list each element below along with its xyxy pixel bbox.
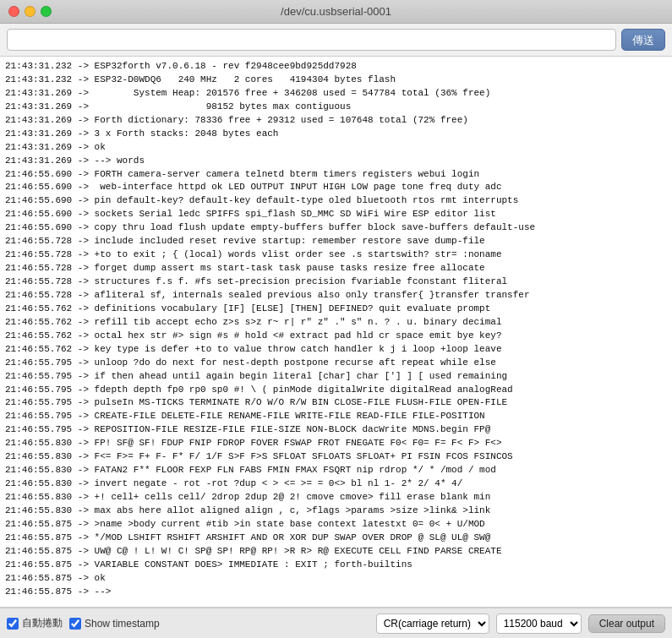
output-text: 21:43:31.232 -> ESP32forth v7.0.6.18 - r…: [5, 60, 667, 599]
auto-scroll-checkbox[interactable]: [7, 618, 19, 630]
send-button[interactable]: 傳送: [621, 29, 665, 51]
show-timestamp-checkbox[interactable]: [69, 618, 81, 630]
auto-scroll-label: 自動捲動: [22, 616, 63, 630]
line-ending-select[interactable]: CR(carriage return) NL(newline) CR+NL No…: [376, 613, 489, 634]
titlebar: /dev/cu.usbserial-0001: [0, 0, 672, 24]
bottom-bar: 自動捲動 Show timestamp CR(carriage return) …: [0, 608, 672, 638]
command-input[interactable]: [7, 29, 616, 51]
window-controls: [8, 6, 52, 17]
auto-scroll-group[interactable]: 自動捲動: [7, 616, 63, 630]
show-timestamp-group[interactable]: Show timestamp: [69, 618, 160, 630]
minimize-button[interactable]: [25, 6, 36, 17]
baud-rate-select[interactable]: 300 1200 2400 4800 9600 19200 38400 5760…: [496, 613, 582, 634]
maximize-button[interactable]: [41, 6, 52, 17]
clear-output-button[interactable]: Clear output: [588, 614, 665, 633]
close-button[interactable]: [8, 6, 19, 17]
show-timestamp-label: Show timestamp: [85, 618, 160, 630]
window-title: /dev/cu.usbserial-0001: [281, 5, 391, 18]
output-area: 21:43:31.232 -> ESP32forth v7.0.6.18 - r…: [0, 57, 672, 608]
input-area: 傳送: [0, 24, 672, 57]
